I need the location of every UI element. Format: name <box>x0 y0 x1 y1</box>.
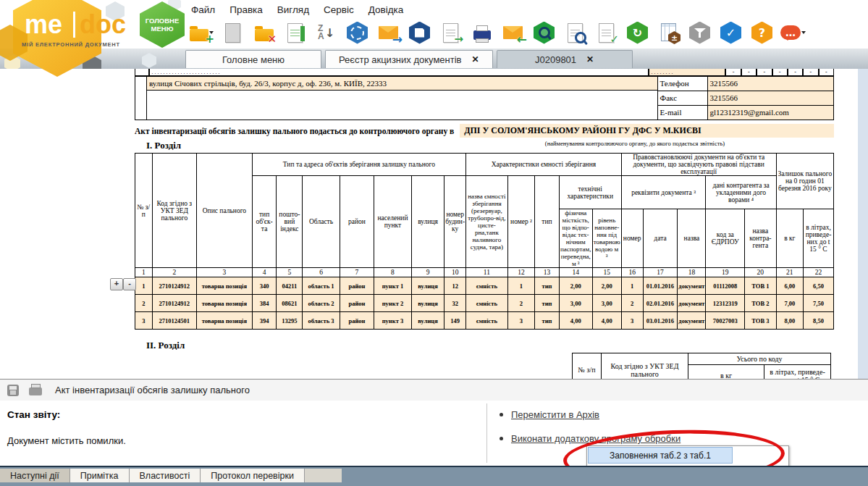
delete-report-icon[interactable]: ✕ <box>250 20 277 45</box>
table-cell[interactable]: 01.01.2016 <box>643 277 678 295</box>
table-cell[interactable]: 2 <box>507 295 535 312</box>
table-cell[interactable]: 2 <box>135 295 153 312</box>
table-cell[interactable]: тип <box>535 277 559 295</box>
table-cell[interactable]: тип <box>535 312 559 330</box>
table-cell[interactable]: ТОВ 1 <box>745 277 777 295</box>
form-cell[interactable]: - <box>741 69 757 76</box>
blank-page-icon[interactable] <box>219 20 246 45</box>
table-cell[interactable]: 1 <box>507 277 535 295</box>
preview-document-icon[interactable] <box>562 20 589 45</box>
table-cell[interactable]: 12 <box>444 277 466 295</box>
help-icon[interactable]: ? <box>749 20 775 45</box>
export-document-icon[interactable]: → <box>437 20 464 45</box>
send-report-icon[interactable]: → <box>375 20 402 45</box>
form-cell[interactable]: - <box>803 69 818 76</box>
menu-file[interactable]: Файл <box>191 4 215 15</box>
add-row-button[interactable]: + <box>110 278 123 290</box>
table-cell[interactable]: вулиця <box>411 295 444 312</box>
table-cell[interactable]: 3,00 <box>559 295 592 312</box>
table-cell[interactable]: 03.01.2016 <box>643 312 678 330</box>
menu-help[interactable]: Довідка <box>368 4 404 15</box>
fill-tab2-menu-item[interactable]: Заповнення таб.2 з таб.1 <box>588 447 733 464</box>
table-cell[interactable]: область 2 <box>303 295 340 312</box>
save-icon[interactable] <box>7 385 19 396</box>
table-cell[interactable]: пункт 1 <box>374 277 412 295</box>
table-cell[interactable]: 2710124912 <box>152 295 196 312</box>
table-cell[interactable]: ТОВ 2 <box>745 295 777 312</box>
bottom-tab-check-protocol[interactable]: Протокол перевірки <box>201 469 305 482</box>
verify-document-icon[interactable]: ✓ <box>593 20 620 45</box>
table-cell[interactable]: ємність <box>466 312 508 330</box>
table-cell[interactable]: документ <box>678 312 706 330</box>
feedback-icon[interactable]: … <box>780 20 806 45</box>
table-cell[interactable]: документ <box>678 295 706 312</box>
table-cell[interactable]: 70027003 <box>706 312 745 330</box>
table-cell[interactable]: вулиця <box>411 277 444 295</box>
table-cell[interactable]: 2710124912 <box>152 277 196 295</box>
print-icon[interactable] <box>468 20 495 45</box>
table-cell[interactable]: 13295 <box>277 312 303 330</box>
move-to-archive-link[interactable]: Перемістити в Архів <box>511 409 599 420</box>
print-icon[interactable] <box>29 387 42 395</box>
table-cell[interactable]: 04211 <box>277 277 303 295</box>
form-cell[interactable]: - <box>819 69 834 76</box>
table-cell[interactable]: 1 <box>135 277 153 295</box>
form-cell[interactable]: - <box>757 69 772 76</box>
tax-address-field[interactable]: вулиця Січових стрільців, буд. 26/3, кор… <box>147 77 657 91</box>
bottom-tab-next-actions[interactable]: Наступні дії <box>0 469 70 482</box>
table-cell[interactable]: 394 <box>252 312 277 330</box>
table-cell[interactable]: тип <box>535 295 559 312</box>
table-cell[interactable]: 01112008 <box>706 277 745 295</box>
form-cell[interactable]: - <box>788 69 803 76</box>
table-cell[interactable]: район <box>340 277 374 295</box>
table-cell[interactable]: 4,00 <box>592 312 621 330</box>
table-cell[interactable]: 6,50 <box>803 277 833 295</box>
filter-icon[interactable] <box>686 20 713 45</box>
table-cell[interactable]: товарна позиція <box>197 277 253 295</box>
approve-icon[interactable]: ✓ <box>717 20 744 45</box>
table-cell[interactable]: вулиця <box>411 312 444 330</box>
table-cell[interactable]: 4,00 <box>559 312 592 330</box>
table-cell[interactable]: 8,00 <box>776 312 803 330</box>
table-cell[interactable]: 8,50 <box>803 312 833 330</box>
authority-field[interactable]: ДПІ У СОЛОМ'ЯНСЬКОМУ РАЙОНІ ГУ ДФС У М.К… <box>460 124 834 138</box>
phone-field[interactable]: 3215566 <box>708 77 834 91</box>
menu-service[interactable]: Сервіс <box>324 4 354 15</box>
table-cell[interactable]: 2,00 <box>559 277 592 295</box>
table-cell[interactable]: пункт 2 <box>374 295 412 312</box>
table-cell[interactable]: 384 <box>252 295 277 312</box>
table-cell[interactable]: 3 <box>507 312 535 330</box>
table-cell[interactable]: 7,00 <box>776 295 803 312</box>
table-cell[interactable]: 340 <box>252 277 277 295</box>
table-cell[interactable]: 2710124501 <box>152 312 196 330</box>
table-cell[interactable]: 2 <box>621 295 643 312</box>
table-cell[interactable]: область 1 <box>303 277 340 295</box>
bottom-tab-note[interactable]: Примітка <box>70 469 130 482</box>
table-cell[interactable]: 02.01.2016 <box>643 295 678 312</box>
table-cell[interactable]: 7,50 <box>803 295 833 312</box>
menu-view[interactable]: Вигляд <box>277 4 309 15</box>
table-cell[interactable]: 6,00 <box>776 277 803 295</box>
table-cell[interactable]: 12312319 <box>706 295 745 312</box>
table-cell[interactable]: товарна позиція <box>197 295 253 312</box>
table-cell[interactable]: 149 <box>444 312 466 330</box>
run-extra-program-link[interactable]: Виконати додаткову програму обробки <box>511 433 681 444</box>
table-cell[interactable]: 1 <box>621 277 643 295</box>
bottom-tab-properties[interactable]: Властивості <box>130 469 201 482</box>
open-editor-icon[interactable] <box>282 20 308 45</box>
table-cell[interactable]: 3,00 <box>592 295 621 312</box>
form-cell[interactable]: - <box>772 69 788 76</box>
table-cell[interactable]: 3 <box>621 312 643 330</box>
recalculate-icon[interactable]: ± <box>655 20 682 45</box>
form-cell[interactable]: - <box>725 69 741 76</box>
close-icon[interactable]: ✕ <box>472 54 479 64</box>
tab-j0209801[interactable]: J0209801 ✕ <box>497 50 633 68</box>
table-cell[interactable]: 08621 <box>277 295 303 312</box>
table-cell[interactable]: ємність <box>466 295 508 312</box>
table-cell[interactable]: область 3 <box>303 312 340 330</box>
table-cell[interactable]: документ <box>678 277 706 295</box>
table-cell[interactable]: ТОВ 3 <box>745 312 777 330</box>
sync-icon[interactable] <box>344 20 371 45</box>
table-cell[interactable]: район <box>340 295 374 312</box>
save-icon[interactable] <box>406 20 433 45</box>
